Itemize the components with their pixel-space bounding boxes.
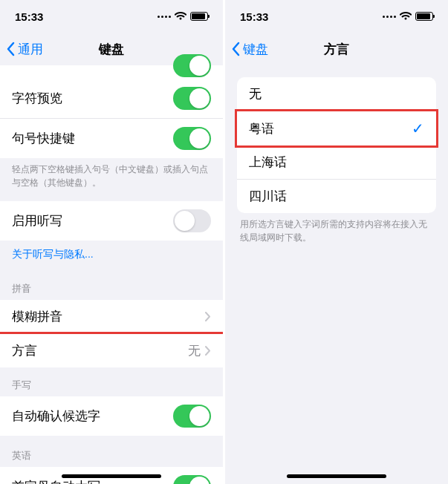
wifi-icon <box>175 12 186 21</box>
note-space: 轻点两下空格键插入句号（中文键盘）或插入句点与空格（其他键盘）。 <box>0 158 223 201</box>
status-icons <box>383 12 433 21</box>
chevron-right-icon <box>205 346 211 356</box>
nav-title: 键盘 <box>99 41 124 58</box>
label-shanghai: 上海话 <box>249 154 287 171</box>
back-button[interactable]: 键盘 <box>231 41 268 58</box>
label-none: 无 <box>249 85 262 102</box>
back-label: 通用 <box>18 41 43 58</box>
label-period-shortcut: 句号快捷键 <box>12 130 75 147</box>
wifi-icon <box>400 12 412 21</box>
toggle-char-preview[interactable] <box>173 87 211 110</box>
label-auto-cap: 首字母自动大写 <box>12 478 100 484</box>
section-hand: 手写 <box>0 365 223 396</box>
section-english: 英语 <box>0 436 223 467</box>
row-auto-confirm: 自动确认候选字 <box>0 396 223 436</box>
toggle-dictation[interactable] <box>173 209 211 232</box>
status-time: 15:33 <box>240 10 268 23</box>
label-dictation: 启用听写 <box>12 212 62 229</box>
label-char-preview: 字符预览 <box>12 90 62 107</box>
link-dictation-privacy[interactable]: 关于听写与隐私... <box>0 241 223 269</box>
keyboard-settings-screen: 15:33 通用 键盘 字符预览 句号快捷键 轻点两下空格键插入句号（中 <box>0 0 223 484</box>
battery-icon <box>190 12 208 21</box>
option-none[interactable]: 无 <box>237 77 436 111</box>
chevron-right-icon <box>205 312 211 321</box>
row-char-preview: 字符预览 <box>0 79 223 119</box>
cellular-icon <box>158 16 171 18</box>
nav-bar: 键盘 方言 <box>225 33 448 65</box>
toggle-period-shortcut[interactable] <box>173 127 211 150</box>
label-auto-confirm: 自动确认候选字 <box>12 408 100 425</box>
option-shanghai[interactable]: 上海话 <box>237 145 436 180</box>
section-pinyin: 拼音 <box>0 269 223 300</box>
option-sichuan[interactable]: 四川话 <box>237 180 436 213</box>
group-pinyin: 模糊拼音 方言 无 <box>0 300 223 367</box>
label-dialect: 方言 <box>12 342 37 359</box>
group-dictation: 启用听写 <box>0 201 223 241</box>
content: 字符预览 句号快捷键 轻点两下空格键插入句号（中文键盘）或插入句点与空格（其他键… <box>0 65 223 484</box>
status-icons <box>158 12 208 21</box>
checkmark-icon: ✓ <box>412 120 424 137</box>
status-bar: 15:33 <box>225 0 448 33</box>
label-sichuan: 四川话 <box>249 188 287 205</box>
content: 无 粤语 ✓ 上海话 四川话 用所选方言键入字词所需的支持内容将在接入无线局域网… <box>225 65 448 256</box>
value-dialect: 无 <box>188 342 201 359</box>
toggle-partial[interactable] <box>173 54 211 77</box>
toggle-auto-confirm[interactable] <box>173 405 211 428</box>
label-cantonese: 粤语 <box>249 120 274 137</box>
group-dialect-options: 无 粤语 ✓ 上海话 四川话 <box>237 77 436 213</box>
row-dialect[interactable]: 方言 无 <box>0 332 223 367</box>
home-indicator[interactable] <box>62 474 161 478</box>
row-period-shortcut: 句号快捷键 <box>0 119 223 158</box>
home-indicator[interactable] <box>287 474 386 478</box>
status-time: 15:33 <box>15 10 43 23</box>
toggle-auto-cap[interactable] <box>173 475 211 484</box>
group-text: 字符预览 句号快捷键 <box>0 79 223 158</box>
back-label: 键盘 <box>243 41 268 58</box>
row-fuzzy-pinyin[interactable]: 模糊拼音 <box>0 300 223 334</box>
nav-title: 方言 <box>324 41 349 58</box>
status-bar: 15:33 <box>0 0 223 33</box>
row-dictation: 启用听写 <box>0 201 223 241</box>
chevron-left-icon <box>231 42 240 56</box>
dialect-settings-screen: 15:33 键盘 方言 无 粤语 ✓ 上海话 四川话 <box>225 0 448 484</box>
battery-icon <box>415 12 433 21</box>
note-dialect: 用所选方言键入字词所需的支持内容将在接入无线局域网时下载。 <box>237 213 436 256</box>
chevron-left-icon <box>6 42 15 56</box>
option-cantonese[interactable]: 粤语 ✓ <box>235 109 438 148</box>
label-fuzzy-pinyin: 模糊拼音 <box>12 308 62 325</box>
back-button[interactable]: 通用 <box>6 41 43 58</box>
cellular-icon <box>383 16 396 18</box>
group-hand: 自动确认候选字 <box>0 396 223 436</box>
partial-row <box>0 65 223 79</box>
